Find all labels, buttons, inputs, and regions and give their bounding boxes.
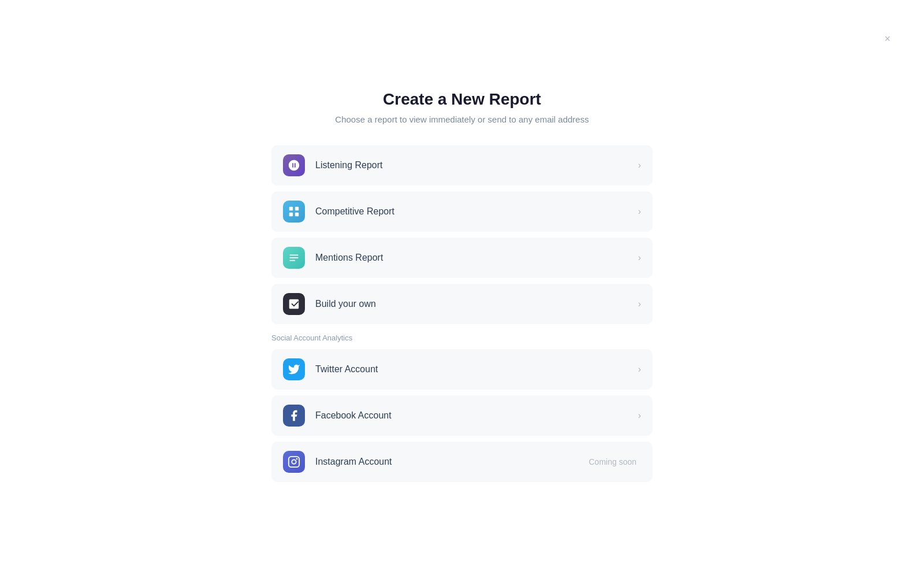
competitive-icon — [283, 201, 305, 223]
modal-subtitle: Choose a report to view immediately or s… — [335, 114, 588, 124]
modal-container: Create a New Report Choose a report to v… — [271, 90, 653, 488]
report-item-listening[interactable]: Listening Report› — [271, 145, 653, 186]
twitter-icon — [283, 358, 305, 380]
facebook-icon — [283, 405, 305, 427]
competitive-label: Competitive Report — [315, 206, 638, 217]
listening-chevron-icon: › — [638, 160, 641, 171]
report-item-twitter[interactable]: Twitter Account› — [271, 349, 653, 390]
svg-point-6 — [296, 458, 298, 460]
build-label: Build your own — [315, 299, 638, 309]
competitive-chevron-icon: › — [638, 206, 641, 217]
report-item-competitive[interactable]: Competitive Report› — [271, 191, 653, 232]
report-item-facebook[interactable]: Facebook Account› — [271, 395, 653, 436]
listening-label: Listening Report — [315, 160, 638, 171]
mentions-icon — [283, 247, 305, 269]
report-list: Listening Report›Competitive Report›Ment… — [271, 145, 653, 330]
mentions-label: Mentions Report — [315, 253, 638, 263]
modal-title: Create a New Report — [383, 90, 541, 109]
build-chevron-icon: › — [638, 299, 641, 309]
svg-point-5 — [292, 460, 296, 464]
svg-rect-2 — [289, 213, 293, 216]
close-button[interactable]: × — [882, 31, 893, 46]
report-item-mentions[interactable]: Mentions Report› — [271, 238, 653, 278]
mentions-chevron-icon: › — [638, 253, 641, 263]
instagram-label: Instagram Account — [315, 457, 589, 467]
instagram-icon — [283, 451, 305, 473]
facebook-label: Facebook Account — [315, 410, 638, 421]
report-item-instagram[interactable]: Instagram AccountComing soon — [271, 442, 653, 482]
svg-rect-1 — [295, 207, 299, 210]
listening-icon — [283, 154, 305, 176]
build-icon — [283, 293, 305, 315]
twitter-label: Twitter Account — [315, 364, 638, 375]
instagram-coming-soon-badge: Coming soon — [589, 457, 637, 466]
svg-rect-0 — [289, 207, 293, 210]
social-list: Twitter Account›Facebook Account›Instagr… — [271, 349, 653, 488]
social-section-label: Social Account Analytics — [271, 334, 653, 342]
svg-rect-4 — [289, 457, 299, 467]
report-item-build[interactable]: Build your own› — [271, 284, 653, 324]
svg-rect-3 — [295, 213, 299, 216]
facebook-chevron-icon: › — [638, 410, 641, 421]
twitter-chevron-icon: › — [638, 364, 641, 375]
